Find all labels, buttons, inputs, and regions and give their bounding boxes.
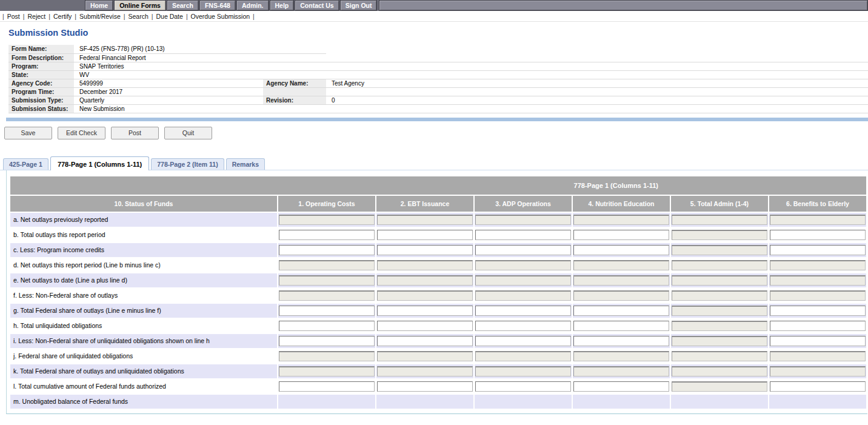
input-d-col6 xyxy=(770,260,866,270)
input-cell xyxy=(376,213,473,227)
details-value-2 xyxy=(326,62,868,70)
input-g-col4[interactable] xyxy=(573,306,669,316)
table-row: h. Total unliquidated obligations xyxy=(10,319,866,333)
input-cell xyxy=(475,213,572,227)
submenu-separator: | xyxy=(186,13,188,20)
input-c-col2[interactable] xyxy=(377,245,473,255)
nav-filler xyxy=(379,0,868,11)
input-cell xyxy=(769,334,866,348)
details-value: December 2017 xyxy=(74,87,263,96)
tab-remarks[interactable]: Remarks xyxy=(226,158,265,170)
submenu-separator: | xyxy=(23,13,25,20)
nav-tab-search[interactable]: Search xyxy=(167,0,199,11)
input-cell xyxy=(475,319,572,333)
input-e-col1 xyxy=(279,275,375,286)
row-label-a: a. Net outlays previously reported xyxy=(10,213,277,227)
details-value: Federal Financial Report xyxy=(74,53,263,62)
input-cell xyxy=(475,228,572,242)
input-l-col4[interactable] xyxy=(573,381,669,392)
input-i-col4[interactable] xyxy=(573,336,669,346)
details-value-2 xyxy=(326,53,868,62)
submenu-item-reject[interactable]: Reject xyxy=(27,13,45,20)
input-i-col2[interactable] xyxy=(377,336,473,346)
nav-tab-online-forms[interactable]: Online Forms xyxy=(114,0,166,11)
input-l-col3[interactable] xyxy=(475,381,571,392)
input-cell xyxy=(573,213,670,227)
submenu-separator: | xyxy=(152,13,153,20)
save-button[interactable]: Save xyxy=(4,127,52,139)
input-l-col1[interactable] xyxy=(279,381,375,392)
nav-tab-fns-648[interactable]: FNS-648 xyxy=(199,0,236,11)
submenu-item-due-date[interactable]: Due Date xyxy=(156,13,183,20)
tab-778-page-2-item-11[interactable]: 778-Page 2 (Item 11) xyxy=(151,158,224,170)
input-b-col6[interactable] xyxy=(770,230,866,240)
status-of-funds-body: 778-Page 1 (Columns 1-11)10. Status of F… xyxy=(10,176,866,409)
input-c-col4[interactable] xyxy=(573,245,669,255)
nav-tab-contact-us[interactable]: Contact Us xyxy=(295,0,339,11)
tab-425-page-1[interactable]: 425-Page 1 xyxy=(3,158,48,170)
input-c-col6[interactable] xyxy=(770,245,866,255)
input-h-col6[interactable] xyxy=(770,321,866,331)
input-i-col6[interactable] xyxy=(770,336,866,346)
input-b-col5 xyxy=(672,230,767,240)
input-l-col2[interactable] xyxy=(377,381,473,392)
submenu-item-submit-revise[interactable]: Submit/Revise xyxy=(79,13,121,20)
status-of-funds-table: 778-Page 1 (Columns 1-11)10. Status of F… xyxy=(9,175,867,410)
input-f-col6 xyxy=(770,290,866,301)
nav-tab-help[interactable]: Help xyxy=(270,0,295,11)
input-cell xyxy=(278,395,375,409)
details-label-2 xyxy=(263,62,326,70)
input-h-col1[interactable] xyxy=(279,321,375,331)
nav-tab-home[interactable]: Home xyxy=(85,0,113,11)
input-cell xyxy=(769,213,866,227)
input-k-col4 xyxy=(573,366,669,376)
input-j-col3 xyxy=(475,351,571,361)
nav-tab-sign-out[interactable]: Sign Out xyxy=(340,0,378,11)
input-cell xyxy=(671,364,768,378)
details-row: Program:SNAP Territories xyxy=(8,62,868,70)
input-h-col2[interactable] xyxy=(377,321,473,331)
details-row: Program Time:December 2017 xyxy=(8,87,868,96)
tab-778-page-1-columns-1-11[interactable]: 778-Page 1 (Columns 1-11) xyxy=(50,156,149,170)
input-b-col4[interactable] xyxy=(573,230,669,240)
input-cell xyxy=(671,304,768,318)
input-cell xyxy=(573,364,670,378)
input-g-col6[interactable] xyxy=(770,306,866,316)
input-b-col1[interactable] xyxy=(279,230,375,240)
post-button[interactable]: Post xyxy=(111,127,159,139)
submenu-item-overdue-submission[interactable]: Overdue Submission xyxy=(191,13,250,20)
input-d-col3 xyxy=(475,260,571,270)
details-label-2 xyxy=(263,70,326,79)
submenu-item-certify[interactable]: Certify xyxy=(53,13,72,20)
input-cell xyxy=(573,395,670,409)
input-g-col3[interactable] xyxy=(475,306,571,316)
input-b-col3[interactable] xyxy=(475,230,571,240)
edit-check-button[interactable]: Edit Check xyxy=(58,127,105,139)
table-band-title: 778-Page 1 (Columns 1-11) xyxy=(574,182,658,189)
input-h-col3[interactable] xyxy=(475,321,571,331)
input-g-col2[interactable] xyxy=(377,306,473,316)
input-cell xyxy=(376,380,473,393)
input-j-col1 xyxy=(279,351,375,361)
submenu-item-post[interactable]: Post xyxy=(7,13,20,20)
input-cell xyxy=(278,349,375,363)
submenu-separator: | xyxy=(2,13,4,20)
input-cell xyxy=(671,213,768,227)
column-header-4-nutrition-education: 4. Nutrition Education xyxy=(573,196,670,212)
input-c-col3[interactable] xyxy=(475,245,571,255)
input-cell xyxy=(573,380,670,393)
input-i-col1[interactable] xyxy=(279,336,375,346)
submenu-item-search[interactable]: Search xyxy=(129,13,149,20)
input-i-col3[interactable] xyxy=(475,336,571,346)
input-f-col3 xyxy=(475,290,571,301)
input-g-col1[interactable] xyxy=(279,306,375,316)
details-label-2: Revision: xyxy=(263,96,326,104)
input-h-col4[interactable] xyxy=(573,321,669,331)
quit-button[interactable]: Quit xyxy=(164,127,212,139)
input-c-col1[interactable] xyxy=(279,245,375,255)
input-b-col2[interactable] xyxy=(377,230,473,240)
details-label-2 xyxy=(263,45,326,53)
input-l-col6[interactable] xyxy=(770,381,866,392)
nav-tab-admin[interactable]: Admin. xyxy=(236,0,269,11)
input-cell xyxy=(573,334,670,348)
